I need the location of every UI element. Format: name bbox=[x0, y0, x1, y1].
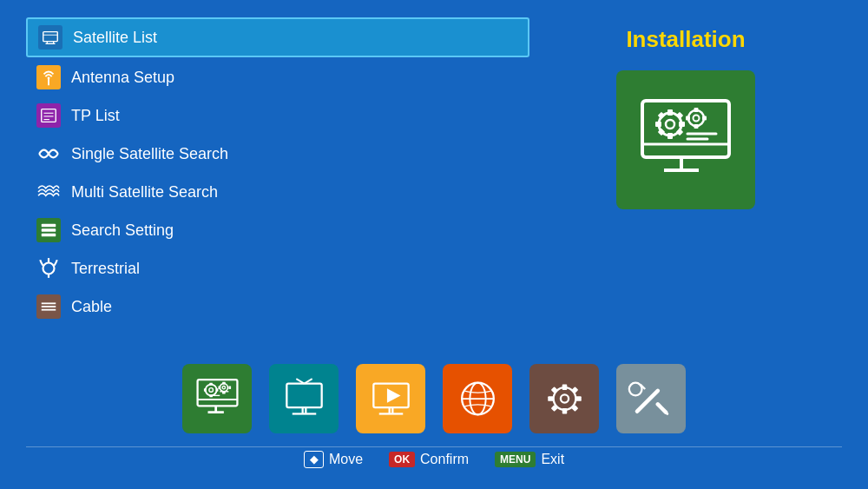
svg-rect-27 bbox=[655, 122, 661, 127]
antenna-icon bbox=[36, 65, 61, 89]
svg-rect-37 bbox=[686, 116, 690, 121]
single-satellite-search-label: Single Satellite Search bbox=[71, 145, 228, 163]
ok-badge: OK bbox=[389, 452, 415, 467]
svg-rect-0 bbox=[43, 32, 58, 42]
svg-rect-75 bbox=[562, 384, 567, 389]
satellite-list-icon bbox=[38, 25, 62, 50]
svg-rect-41 bbox=[197, 380, 237, 406]
svg-rect-26 bbox=[667, 133, 673, 139]
exit-label: Exit bbox=[541, 452, 564, 467]
satellite-list-label: Satellite List bbox=[73, 29, 157, 47]
confirm-label: Confirm bbox=[420, 452, 469, 467]
tp-list-icon bbox=[36, 103, 61, 128]
svg-rect-76 bbox=[562, 408, 567, 413]
svg-rect-56 bbox=[228, 386, 231, 389]
bottom-icon-globe[interactable] bbox=[443, 364, 512, 433]
svg-rect-38 bbox=[702, 116, 707, 121]
multi-satellite-search-label: Multi Satellite Search bbox=[71, 183, 218, 202]
bottom-icon-tools[interactable] bbox=[616, 364, 686, 433]
svg-rect-11 bbox=[42, 224, 56, 228]
svg-point-51 bbox=[220, 383, 227, 391]
svg-rect-53 bbox=[222, 381, 226, 384]
search-setting-icon bbox=[36, 218, 61, 242]
svg-rect-28 bbox=[679, 122, 685, 127]
move-status: ◆ Move bbox=[304, 451, 363, 468]
svg-rect-12 bbox=[42, 228, 56, 232]
antenna-setup-label: Antenna Setup bbox=[71, 69, 174, 87]
left-panel: Satellite List Antenna Setup bbox=[26, 17, 529, 360]
svg-rect-29 bbox=[658, 112, 665, 119]
menu-item-terrestrial[interactable]: Terrestrial bbox=[26, 250, 529, 287]
svg-point-46 bbox=[208, 387, 213, 392]
icon-bar bbox=[26, 360, 842, 438]
svg-point-6 bbox=[48, 77, 50, 80]
svg-marker-66 bbox=[386, 388, 400, 403]
right-panel: Installation bbox=[529, 17, 842, 360]
svg-rect-25 bbox=[667, 109, 673, 116]
status-bar: ◆ Move OK Confirm MENU Exit bbox=[26, 446, 842, 472]
terrestrial-label: Terrestrial bbox=[71, 260, 140, 278]
svg-rect-47 bbox=[209, 382, 213, 385]
menu-item-satellite-list[interactable]: Satellite List bbox=[26, 17, 529, 57]
svg-point-52 bbox=[222, 386, 225, 388]
top-section: Satellite List Antenna Setup bbox=[26, 17, 842, 360]
svg-point-14 bbox=[43, 263, 55, 274]
menu-item-antenna-setup[interactable]: Antenna Setup bbox=[26, 59, 529, 96]
main-container: Satellite List Antenna Setup bbox=[0, 0, 868, 489]
single-search-icon bbox=[36, 142, 61, 166]
menu-item-cable[interactable]: Cable bbox=[26, 288, 529, 325]
svg-point-45 bbox=[205, 384, 216, 395]
svg-rect-77 bbox=[548, 396, 553, 401]
cable-icon bbox=[36, 294, 61, 319]
svg-rect-30 bbox=[676, 112, 683, 119]
bottom-icon-settings[interactable] bbox=[529, 364, 599, 433]
svg-rect-19 bbox=[642, 101, 729, 157]
svg-line-87 bbox=[662, 408, 667, 413]
move-label: Move bbox=[329, 452, 363, 467]
svg-rect-36 bbox=[694, 124, 699, 129]
search-setting-label: Search Setting bbox=[71, 221, 174, 240]
menu-item-multi-satellite-search[interactable]: Multi Satellite Search bbox=[26, 174, 529, 210]
bottom-icon-media[interactable] bbox=[356, 364, 425, 433]
multi-search-icon bbox=[36, 180, 61, 204]
svg-rect-50 bbox=[215, 388, 218, 392]
cable-label: Cable bbox=[71, 298, 112, 316]
svg-point-34 bbox=[694, 116, 700, 122]
bottom-section: ◆ Move OK Confirm MENU Exit bbox=[26, 360, 842, 472]
installation-icon-box bbox=[616, 70, 755, 209]
menu-badge: MENU bbox=[495, 452, 536, 467]
terrestrial-icon bbox=[36, 256, 61, 281]
svg-point-74 bbox=[560, 394, 568, 402]
svg-point-33 bbox=[688, 110, 704, 126]
menu-item-tp-list[interactable]: TP List bbox=[26, 97, 529, 134]
bottom-icon-installation[interactable] bbox=[182, 364, 252, 433]
svg-point-73 bbox=[553, 387, 575, 410]
bottom-icon-tv[interactable] bbox=[269, 364, 339, 433]
svg-rect-49 bbox=[203, 388, 206, 392]
svg-rect-35 bbox=[694, 108, 699, 112]
menu-item-search-setting[interactable]: Search Setting bbox=[26, 212, 529, 248]
menu-item-single-satellite-search[interactable]: Single Satellite Search bbox=[26, 135, 529, 172]
exit-status: MENU Exit bbox=[495, 452, 564, 467]
tp-list-label: TP List bbox=[71, 107, 120, 125]
svg-point-24 bbox=[666, 120, 674, 129]
move-badge: ◆ bbox=[304, 451, 324, 468]
svg-rect-78 bbox=[575, 396, 581, 401]
svg-rect-55 bbox=[218, 386, 220, 389]
confirm-status: OK Confirm bbox=[389, 452, 469, 467]
svg-rect-59 bbox=[286, 383, 321, 407]
installation-title: Installation bbox=[626, 26, 745, 53]
svg-rect-13 bbox=[42, 234, 56, 237]
